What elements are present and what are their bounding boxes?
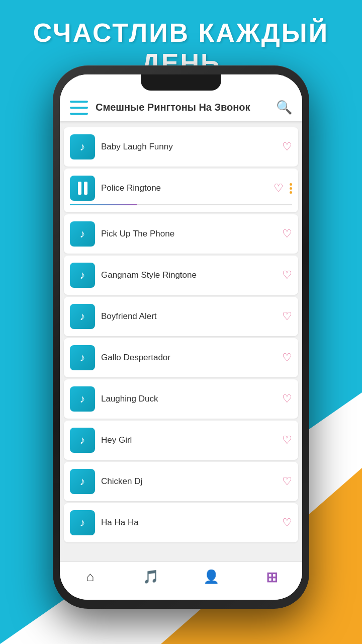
list-item[interactable]: ♪ Baby Laugh Funny ♡ (64, 127, 298, 167)
heart-icon[interactable]: ♡ (282, 475, 292, 488)
list-item[interactable]: ♪ Pick Up The Phone ♡ (64, 214, 298, 254)
status-dot (85, 79, 90, 85)
heart-icon[interactable]: ♡ (282, 310, 292, 323)
list-item[interactable]: Police Ringtone ♡ (64, 169, 298, 212)
music-note-icon: ♪ (80, 434, 85, 447)
music-note-icon: ♪ (80, 516, 85, 529)
heart-icon[interactable]: ♡ (282, 140, 292, 153)
heart-icon[interactable]: ♡ (274, 182, 284, 195)
song-icon-bg-playing (70, 176, 95, 201)
song-icon-bg: ♪ (70, 345, 95, 370)
song-name: Ha Ha Ha (101, 518, 276, 528)
list-item[interactable]: ♪ Laughing Duck ♡ (64, 379, 298, 419)
song-name: Boyfriend Alert (101, 311, 276, 321)
song-name: Gallo Despertador (101, 353, 276, 363)
song-name: Laughing Duck (101, 394, 276, 404)
app-content: Смешные Рингтоны На Звонок 🔍 ♪ Baby Laug… (60, 74, 302, 600)
song-name: Baby Laugh Funny (101, 142, 276, 152)
hamburger-line-1 (70, 101, 88, 103)
person-icon: 👤 (203, 569, 219, 585)
song-name: Police Ringtone (101, 183, 267, 193)
progress-bar-fill (70, 204, 137, 205)
phone-shell: Смешные Рингтоны На Звонок 🔍 ♪ Baby Laug… (53, 65, 309, 609)
nav-item-home[interactable]: ⌂ (60, 562, 121, 590)
phone-wrapper: Смешные Рингтоны На Звонок 🔍 ♪ Baby Laug… (53, 65, 309, 609)
search-icon[interactable]: 🔍 (276, 100, 292, 115)
phone-screen: Смешные Рингтоны На Звонок 🔍 ♪ Baby Laug… (60, 74, 302, 600)
song-name: Hey Girl (101, 435, 276, 445)
home-icon: ⌂ (86, 569, 94, 585)
song-icon-bg: ♪ (70, 386, 95, 412)
song-icon-bg: ♪ (70, 428, 95, 453)
more-dot (290, 191, 292, 194)
pause-icon (78, 182, 87, 195)
hamburger-line-3 (70, 113, 88, 115)
progress-bar-container (70, 204, 292, 205)
music-note-icon: ♪ (80, 227, 85, 240)
status-dots (77, 79, 115, 85)
more-dot (290, 183, 292, 186)
heart-icon[interactable]: ♡ (282, 392, 292, 406)
list-item[interactable]: ♪ Hey Girl ♡ (64, 421, 298, 460)
song-icon-bg: ♪ (70, 134, 95, 159)
list-item[interactable]: ♪ Gallo Despertador ♡ (64, 338, 298, 377)
song-icon-bg: ♪ (70, 510, 95, 535)
pause-bar-2 (84, 182, 87, 195)
more-dot (290, 187, 292, 190)
heart-icon[interactable]: ♡ (282, 269, 292, 282)
song-icon-bg: ♪ (70, 304, 95, 329)
list-item[interactable]: ♪ Chicken Dj ♡ (64, 462, 298, 501)
header-title: Смешные Рингтоны На Звонок (96, 102, 268, 113)
song-item-row: Police Ringtone ♡ (70, 176, 292, 201)
song-icon-bg: ♪ (70, 469, 95, 494)
music-note-icon: ♪ (80, 392, 85, 406)
bottom-nav: ⌂ 🎵 👤 ⊞ (60, 561, 302, 600)
music-note-icon: ♪ (80, 269, 85, 282)
list-item[interactable]: ♪ Boyfriend Alert ♡ (64, 297, 298, 336)
music-note-icon: ♪ (80, 310, 85, 323)
heart-icon[interactable]: ♡ (282, 351, 292, 364)
nav-item-add[interactable]: ⊞ (242, 562, 303, 590)
status-dot (102, 79, 107, 85)
pause-bar-1 (78, 182, 81, 195)
hamburger-line-2 (70, 107, 88, 109)
song-list: ♪ Baby Laugh Funny ♡ (60, 121, 302, 561)
status-dot (77, 79, 82, 85)
music-note-icon: ♪ (80, 140, 85, 153)
add-icon: ⊞ (266, 569, 278, 586)
phone-notch (141, 74, 221, 91)
hamburger-menu-button[interactable] (70, 101, 88, 115)
list-item[interactable]: ♪ Ha Ha Ha ♡ (64, 503, 298, 542)
status-dot (94, 79, 99, 85)
music-icon: 🎵 (143, 569, 159, 585)
music-note-icon: ♪ (80, 475, 85, 488)
song-icon-bg: ♪ (70, 263, 95, 288)
list-item[interactable]: ♪ Gangnam Style Ringtone ♡ (64, 256, 298, 295)
song-name: Pick Up The Phone (101, 229, 276, 239)
status-dot (110, 79, 115, 85)
nav-item-music[interactable]: 🎵 (121, 562, 182, 590)
more-options-icon[interactable] (290, 183, 292, 194)
status-battery (269, 78, 287, 87)
heart-icon[interactable]: ♡ (282, 434, 292, 447)
song-name: Gangnam Style Ringtone (101, 270, 276, 280)
song-icon-bg: ♪ (70, 221, 95, 247)
heart-icon[interactable]: ♡ (282, 227, 292, 240)
nav-item-person[interactable]: 👤 (181, 562, 242, 590)
heart-icon[interactable]: ♡ (282, 516, 292, 529)
song-name: Chicken Dj (101, 476, 276, 487)
music-note-icon: ♪ (80, 351, 85, 364)
